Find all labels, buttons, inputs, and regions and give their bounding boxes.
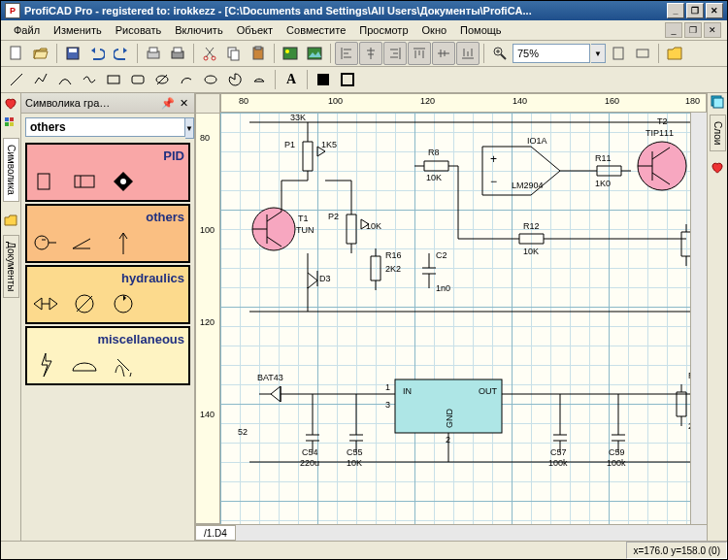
menu-window[interactable]: Окно bbox=[415, 22, 454, 38]
folder-yellow-button[interactable] bbox=[663, 42, 686, 65]
zoom-fit-button[interactable] bbox=[631, 42, 654, 65]
undo-button[interactable] bbox=[85, 42, 109, 65]
bezier-tool[interactable] bbox=[78, 68, 101, 91]
zoom-dropdown-button[interactable]: ▼ bbox=[591, 44, 606, 63]
favorites-icon[interactable] bbox=[2, 95, 19, 113]
svg-point-22 bbox=[205, 76, 216, 83]
print-button[interactable] bbox=[166, 42, 189, 65]
menu-object[interactable]: Объект bbox=[230, 22, 280, 38]
pid-sym-2[interactable] bbox=[70, 169, 99, 194]
ruler-vertical[interactable]: 80 100 120 140 bbox=[195, 113, 220, 524]
left-tab-documents[interactable]: Документы bbox=[3, 235, 19, 299]
ruler-horizontal[interactable]: 80 100 120 140 160 180 bbox=[220, 93, 707, 113]
fill-color-button[interactable] bbox=[312, 68, 335, 91]
others-sym-1[interactable] bbox=[31, 230, 60, 255]
category-others[interactable]: others bbox=[25, 204, 190, 263]
zoom-combo[interactable]: 75% bbox=[513, 44, 590, 63]
hyd-sym-2[interactable] bbox=[70, 291, 99, 316]
pie-tool[interactable] bbox=[223, 68, 247, 91]
lbl-1k5: 1K5 bbox=[321, 140, 337, 149]
mdi-close-button[interactable]: ✕ bbox=[704, 22, 721, 38]
left-tab-symbols[interactable]: Символика bbox=[3, 138, 19, 202]
maximize-button[interactable]: ❐ bbox=[686, 3, 704, 18]
cut-button[interactable] bbox=[198, 42, 221, 65]
redo-button[interactable] bbox=[110, 42, 133, 65]
others-sym-2[interactable] bbox=[70, 230, 99, 255]
align-bottom-button[interactable] bbox=[456, 42, 480, 65]
category-input[interactable] bbox=[25, 117, 185, 137]
sheet-tab[interactable]: /1.D4 bbox=[195, 525, 236, 541]
right-tab-layers[interactable]: Слои bbox=[710, 115, 726, 151]
close-button[interactable]: ✕ bbox=[706, 3, 723, 18]
menu-view[interactable]: Просмотр bbox=[352, 22, 414, 38]
others-sym-3[interactable] bbox=[109, 230, 138, 255]
lbl-n2: 2 bbox=[446, 435, 450, 445]
hyd-sym-1[interactable] bbox=[31, 291, 60, 316]
scrollbar-vertical[interactable] bbox=[690, 113, 707, 524]
pushpin-icon[interactable]: 📌 bbox=[161, 96, 175, 110]
text-tool[interactable]: A bbox=[280, 68, 303, 91]
ellipse-slash-tool[interactable] bbox=[150, 68, 174, 91]
align-right-button[interactable] bbox=[383, 42, 407, 65]
drawing-canvas[interactable]: +− bbox=[220, 113, 690, 524]
line-color-button[interactable] bbox=[336, 68, 359, 91]
roundrect-tool[interactable] bbox=[126, 68, 149, 91]
menu-draw[interactable]: Рисовать bbox=[109, 22, 169, 38]
category-hydraulics[interactable]: hydraulics bbox=[25, 265, 190, 324]
lbl-c55v: 10K bbox=[347, 458, 362, 468]
category-label: hydraulics bbox=[31, 271, 184, 285]
zoom-in-button[interactable] bbox=[488, 42, 512, 65]
minimize-button[interactable]: _ bbox=[667, 3, 684, 18]
panel-title: Символика гра… bbox=[25, 97, 110, 109]
palette-icon[interactable] bbox=[2, 115, 19, 132]
arc-tool[interactable] bbox=[175, 68, 198, 91]
category-label: PID bbox=[31, 148, 184, 163]
hyd-sym-3[interactable] bbox=[109, 291, 138, 316]
category-dropdown-button[interactable]: ▼ bbox=[185, 117, 194, 139]
mdi-minimize-button[interactable]: _ bbox=[665, 22, 682, 38]
category-pid[interactable]: PID bbox=[25, 143, 190, 202]
image1-button[interactable] bbox=[279, 42, 302, 65]
folder-icon[interactable] bbox=[2, 212, 19, 229]
menu-edit[interactable]: Изменить bbox=[47, 22, 109, 38]
new-button[interactable] bbox=[5, 42, 28, 65]
panel-close-button[interactable]: ✕ bbox=[177, 96, 190, 110]
category-miscellaneous[interactable]: miscellaneous bbox=[25, 326, 190, 385]
menu-file[interactable]: Файл bbox=[7, 22, 47, 38]
lbl-tip: TIP111 bbox=[645, 128, 674, 138]
lbl-c2: C2 bbox=[436, 250, 447, 260]
curve-tool[interactable] bbox=[53, 68, 77, 91]
mdi-restore-button[interactable]: ❐ bbox=[684, 22, 702, 38]
misc-sym-2[interactable] bbox=[70, 352, 99, 378]
line-tool[interactable] bbox=[5, 68, 28, 91]
print-preview-button[interactable] bbox=[142, 42, 165, 65]
menu-arrange[interactable]: Совместите bbox=[280, 22, 352, 38]
layers-icon[interactable] bbox=[711, 95, 724, 109]
app-icon: P bbox=[5, 3, 20, 18]
paste-button[interactable] bbox=[247, 42, 270, 65]
image2-button[interactable] bbox=[303, 42, 326, 65]
category-combo[interactable]: ▼ bbox=[25, 117, 190, 139]
copy-button[interactable] bbox=[222, 42, 246, 65]
misc-sym-1[interactable] bbox=[31, 352, 60, 378]
lbl-r8: R8 bbox=[428, 148, 440, 157]
align-left-button[interactable] bbox=[335, 42, 358, 65]
heart-icon[interactable] bbox=[711, 161, 724, 175]
category-label: miscellaneous bbox=[31, 332, 184, 346]
open-button[interactable] bbox=[29, 42, 52, 65]
scrollbar-horizontal[interactable]: /1.D4 bbox=[195, 524, 707, 541]
align-center-v-button[interactable] bbox=[432, 42, 455, 65]
pid-sym-1[interactable] bbox=[31, 169, 60, 194]
save-button[interactable] bbox=[61, 42, 84, 65]
align-center-h-button[interactable] bbox=[359, 42, 382, 65]
misc-sym-3[interactable] bbox=[109, 352, 138, 378]
align-top-button[interactable] bbox=[408, 42, 431, 65]
ellipse-tool[interactable] bbox=[199, 68, 222, 91]
polyline-tool[interactable] bbox=[29, 68, 52, 91]
pid-sym-3[interactable] bbox=[109, 169, 138, 194]
zoom-page-button[interactable] bbox=[607, 42, 630, 65]
menu-help[interactable]: Помощь bbox=[453, 22, 509, 38]
chord-tool[interactable] bbox=[248, 68, 271, 91]
rect-tool[interactable] bbox=[102, 68, 125, 91]
menu-insert[interactable]: Включить bbox=[168, 22, 229, 38]
